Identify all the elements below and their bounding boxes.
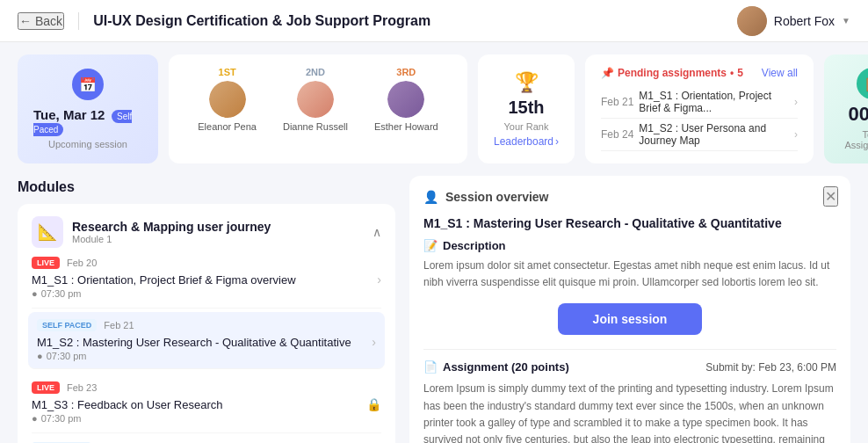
assign-text-1: M1_S1 : Orientation, Project Brief & Fig… — [639, 90, 789, 114]
date-sub: Upcoming session — [48, 139, 127, 149]
divider-1 — [423, 349, 836, 350]
session-2-row[interactable]: M1_S2 : Mastering User Research - Qualit… — [37, 335, 376, 349]
assignment-item-1[interactable]: Feb 21 M1_S1 : Orientation, Project Brie… — [601, 86, 798, 119]
header-divider — [78, 12, 79, 30]
assign-arrow-1: › — [794, 96, 798, 108]
view-all-link[interactable]: View all — [762, 67, 798, 79]
back-arrow-icon: ← — [19, 14, 32, 28]
assignment-label-text: Assignment (20 points) — [443, 360, 569, 374]
leaderboard-item-1: 1ST Eleanor Pena — [198, 67, 257, 132]
assignment-icon: 📄 — [423, 360, 438, 374]
assignment-row: 📄 Assignment (20 points) Submit by: Feb … — [423, 360, 836, 374]
rank-1-avatar — [209, 81, 246, 118]
session-1-meta: LIVE Feb 20 — [32, 257, 381, 269]
session-2-date: Feb 21 — [104, 320, 134, 330]
date-value: Tue, Mar 12 — [33, 107, 105, 122]
session-3-meta: LIVE Feb 23 — [32, 381, 381, 394]
assignment-text: Lorem Ipsum is simply dummy text of the … — [423, 381, 836, 443]
module-collapse-icon[interactable]: ∧ — [373, 225, 381, 239]
leaderboard-card: 1ST Eleanor Pena 2ND Dianne Russell 3RD … — [169, 54, 467, 163]
rank-2-avatar — [297, 81, 334, 118]
avatar-image — [737, 6, 767, 36]
assignment-label: 📄 Assignment (20 points) — [423, 360, 569, 374]
top-cards-row: 📅 Tue, Mar 12 Self Paced Upcoming sessio… — [0, 42, 868, 176]
session-item-4: SELF PACED Feb 24 — [32, 433, 381, 443]
session-1-time: ● 07:30 pm — [32, 288, 381, 299]
chevron-down-icon: ▼ — [842, 16, 850, 25]
total-label: Total Assignments — [840, 129, 868, 150]
session-item-2: SELF PACED Feb 21 M1_S2 : Mastering User… — [28, 312, 385, 369]
session-3-time: ● 07:30 pm — [32, 413, 381, 424]
module-header-left: 📐 Research & Mapping user journey Module… — [32, 216, 271, 248]
session-2-name: M1_S2 : Mastering User Research - Qualit… — [37, 336, 372, 349]
page-title: UI-UX Design Certification & Job Support… — [93, 13, 737, 29]
assignment-item-2[interactable]: Feb 24 M1_S2 : User Persona and Journey … — [601, 119, 798, 151]
close-button[interactable]: ✕ — [823, 186, 838, 207]
assignments-header: 📌 Pending assignments • 5 View all — [601, 67, 798, 79]
main-content: Modules 📐 Research & Mapping user journe… — [0, 176, 868, 443]
rank-2-name: Dianne Russell — [283, 121, 348, 132]
avatar — [737, 6, 767, 36]
rank-1-name: Eleanor Pena — [198, 121, 257, 132]
module-icon: 📐 — [32, 216, 63, 248]
submit-by: Submit by: Feb 23, 6:00 PM — [705, 361, 836, 374]
clock-icon-2: ● — [37, 351, 43, 361]
app-header: ← Back UI-UX Design Certification & Job … — [0, 0, 868, 42]
assignments-card: 📌 Pending assignments • 5 View all Feb 2… — [585, 54, 814, 163]
rank-value: 15th — [508, 98, 544, 118]
session-2-arrow-icon: › — [372, 335, 376, 349]
back-button[interactable]: ← Back — [18, 12, 64, 30]
description-text: Lorem ipsum dolor sit amet consectetur. … — [423, 258, 836, 291]
session-1-row[interactable]: M1_S1 : Orientation, Project Brief & Fig… — [32, 272, 381, 287]
session-1-date: Feb 20 — [67, 258, 97, 268]
leaderboard-link[interactable]: Leaderboard › — [494, 135, 559, 148]
pin-icon: 📌 — [601, 67, 614, 79]
left-panel: Modules 📐 Research & Mapping user journe… — [18, 176, 395, 443]
user-name: Robert Fox — [774, 14, 835, 28]
assign-date-1: Feb 21 — [601, 96, 633, 108]
leaderboard-item-3: 3RD Esther Howard — [374, 67, 438, 132]
user-profile[interactable]: Robert Fox ▼ — [737, 6, 850, 36]
module-title: Research & Mapping user journey — [72, 220, 271, 234]
session-1-name: M1_S1 : Orientation, Project Brief & Fig… — [32, 273, 377, 287]
total-assignments-card: 📋 00/13 Total Assignments — [824, 54, 868, 163]
session-overview-icon: 👤 — [423, 190, 438, 204]
rank-1-label: 1ST — [219, 67, 236, 77]
module-sub: Module 1 — [72, 234, 271, 244]
session-3-lock-icon: 🔒 — [366, 397, 381, 411]
assign-arrow-2: › — [794, 128, 798, 141]
trophy-icon: 🏆 — [515, 71, 539, 94]
module-info: Research & Mapping user journey Module 1 — [72, 220, 271, 244]
desc-label: Description — [443, 239, 506, 252]
session-2-time: ● 07:30 pm — [37, 351, 376, 361]
session-2-meta: SELF PACED Feb 21 — [37, 319, 376, 331]
join-session-button[interactable]: Join session — [558, 303, 703, 335]
assign-text-2: M1_S2 : User Persona and Journey Map — [639, 122, 789, 147]
rank-3-avatar — [387, 81, 424, 118]
session-1-arrow-icon: › — [377, 272, 381, 287]
clock-icon-1: ● — [32, 288, 38, 299]
rank-label: Your Rank — [504, 121, 549, 132]
session-1-live-tag: LIVE — [32, 257, 60, 269]
rank-2-label: 2ND — [306, 67, 325, 77]
rank-card: 🏆 15th Your Rank Leaderboard › — [478, 54, 575, 163]
session-3-live-tag: LIVE — [32, 381, 60, 394]
rank-3-name: Esther Howard — [374, 121, 438, 132]
session-overview-title: Session overview — [445, 190, 549, 204]
assignments-title: 📌 Pending assignments • 5 — [601, 67, 743, 79]
module-header[interactable]: 📐 Research & Mapping user journey Module… — [32, 216, 381, 248]
session-2-self-tag: SELF PACED — [37, 319, 97, 331]
session-item-1: LIVE Feb 20 M1_S1 : Orientation, Project… — [32, 248, 381, 309]
leaderboard-top: 1ST Eleanor Pena 2ND Dianne Russell 3RD … — [198, 67, 438, 132]
desc-icon: 📝 — [423, 239, 438, 252]
description-header: 📝 Description — [423, 239, 836, 252]
session-3-name: M1_S3 : Feedback on User Research — [32, 398, 366, 411]
calendar-icon: 📅 — [72, 69, 104, 100]
session-detail-title: M1_S1 : Mastering User Research - Qualit… — [423, 216, 836, 230]
clock-icon-3: ● — [32, 413, 38, 424]
arrow-right-icon: › — [555, 135, 559, 148]
total-value: 00/13 — [848, 103, 868, 126]
session-3-row[interactable]: M1_S3 : Feedback on User Research 🔒 — [32, 397, 381, 411]
session-overview-header: 👤 Session overview — [423, 190, 836, 204]
rank-3-label: 3RD — [396, 67, 416, 77]
